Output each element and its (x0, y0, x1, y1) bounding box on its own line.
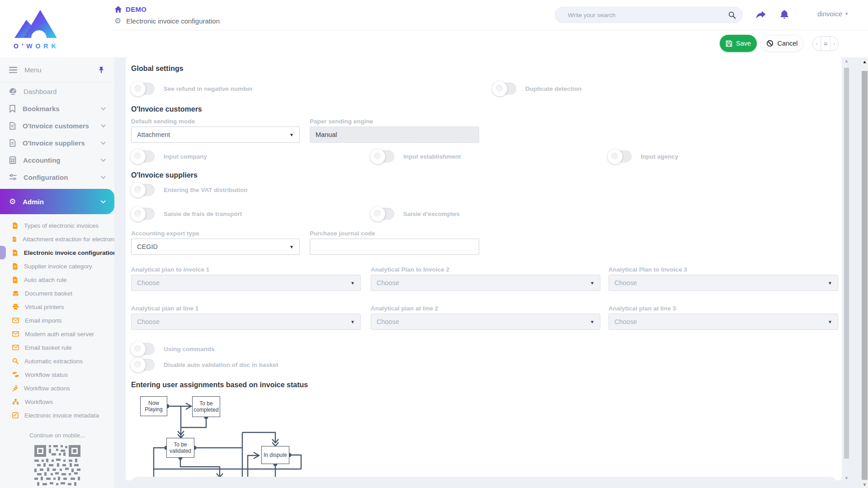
cancel-button[interactable]: Cancel (760, 35, 804, 52)
select-value: Choose (614, 279, 637, 286)
field-label: Analytical plan to invoice 1 (131, 266, 209, 273)
accounting-export-type-select[interactable]: CEGID ▼ (131, 239, 300, 255)
save-label: Save (736, 40, 751, 47)
bell-icon (779, 9, 789, 20)
submenu-supplier-invoice-category[interactable]: Supplier invoice category (0, 259, 114, 273)
workflow-node-now-playing[interactable]: Now Playing (140, 396, 167, 416)
home-icon[interactable] (114, 6, 122, 13)
submenu-attachment-extraction[interactable]: Attachment extraction for electronic inv… (0, 232, 114, 246)
sidebar-item-configuration[interactable]: Configuration (0, 169, 114, 186)
breadcrumb-home[interactable]: DEMO (126, 5, 146, 13)
scroll-down-icon[interactable]: ▼ (844, 476, 849, 480)
toggle-off-switch[interactable] (131, 150, 155, 163)
submenu-electronic-invoice-configuration[interactable]: Electronic invoice configuration (0, 246, 114, 259)
sidebar-item-accounting[interactable]: Accounting (0, 151, 114, 169)
caret-down-icon: ▼ (590, 281, 594, 286)
content-scrollbar[interactable]: ▲ ▼ (844, 59, 849, 480)
settings-form: Global settings See refund in negative n… (126, 57, 842, 480)
pin-icon[interactable] (98, 66, 104, 74)
search-input[interactable] (568, 12, 728, 19)
toggle-off-switch[interactable] (493, 83, 516, 95)
header: O'WORK DEMO ⚙ Electronic invoice configu… (0, 0, 868, 57)
toggle-input-company[interactable]: Input company (131, 150, 207, 163)
toggle-using-commands[interactable]: Using commands (131, 343, 215, 355)
analytical-plan-invoice-1-select: Choose ▼ (131, 275, 361, 291)
toggle-escomptes[interactable]: Saisie d'escomptes (371, 208, 460, 220)
field-label: Analytical plan at line 1 (131, 305, 198, 312)
sidebar-item-oinvoice-suppliers[interactable]: O'Invoice suppliers (0, 134, 114, 151)
cancel-label: Cancel (777, 40, 797, 47)
submenu-modern-auth-email-server[interactable]: Modern auth email server (0, 327, 114, 341)
workflow-node-to-be-validated[interactable]: To be validated (166, 438, 194, 458)
scroll-down-icon[interactable]: ▼ (861, 482, 868, 487)
orange-file-icon (12, 249, 18, 256)
submenu-workflow-actions[interactable]: Workflow actions (0, 381, 114, 395)
default-sending-mode-select[interactable]: Attachment ▼ (131, 127, 300, 143)
toggle-frais-transport[interactable]: Saisie de frais de transport (131, 208, 242, 220)
browser-scrollbar[interactable]: ▲ ▼ (861, 57, 868, 488)
toggle-off-switch[interactable] (131, 208, 155, 220)
sidebar-item-oinvoice-customers[interactable]: O'Invoice customers (0, 117, 114, 134)
user-menu[interactable]: dinvoice ▾ (817, 10, 848, 18)
pager-prev-icon[interactable]: ‹ (813, 37, 821, 51)
toggle-off-switch[interactable] (371, 208, 394, 220)
purchase-journal-code-input[interactable] (310, 239, 479, 255)
submenu-label: Types of electronic invoices (24, 222, 99, 229)
sidebar-item-bookmarks[interactable]: Bookmarks (0, 100, 114, 117)
workflow-node-in-dispute[interactable]: In dispute (261, 446, 289, 464)
scroll-up-icon[interactable]: ▲ (861, 59, 868, 64)
pager-list-icon[interactable]: ≡ (821, 37, 830, 51)
magnifier-icon (12, 358, 19, 364)
share-icon (755, 10, 766, 19)
submenu-virtual-printers[interactable]: Virtual printers (0, 300, 114, 314)
analytical-plan-invoice-2-select: Choose ▼ (371, 275, 600, 291)
toggle-input-establishment[interactable]: Input establishment (371, 150, 461, 163)
toggle-off-switch[interactable] (131, 184, 155, 196)
toggle-input-agency[interactable]: Input agency (608, 150, 678, 163)
save-icon (726, 40, 732, 47)
search-icon[interactable] (728, 11, 736, 19)
submenu-workflows[interactable]: Workflows (0, 395, 114, 408)
toggle-off-switch[interactable] (608, 150, 632, 163)
toggle-disable-auto-validation[interactable]: Disable auto validation of doc in basket (131, 359, 278, 371)
toggle-label: Input agency (641, 153, 678, 160)
toggle-off-switch[interactable] (131, 359, 155, 371)
toggle-vat-distribution[interactable]: Entering the VAT distribution (131, 184, 248, 196)
field-label: Analytical plan at line 3 (609, 305, 676, 312)
app-logo[interactable]: O'WORK (6, 3, 65, 55)
menu-label: Menu (24, 66, 98, 74)
workflow-node-to-be-completed[interactable]: To be completed (192, 396, 220, 417)
submenu-automatic-extractions[interactable]: Automatic extractions (0, 354, 114, 368)
notifications-button[interactable] (777, 7, 792, 23)
select-value: Choose (614, 318, 637, 325)
submenu-label: Modern auth email server (25, 331, 94, 338)
username: dinvoice (817, 10, 842, 18)
hamburger-icon[interactable] (9, 67, 17, 73)
sidebar-item-dashboard[interactable]: Dashboard (0, 83, 114, 100)
scrollbar-thumb[interactable] (844, 68, 849, 459)
orange-file-icon (12, 222, 18, 229)
submenu-email-imports[interactable]: Email imports (0, 314, 114, 327)
scrollbar-thumb[interactable] (862, 71, 868, 480)
pager-next-icon[interactable]: › (830, 37, 838, 51)
field-label: Analytical Plan to Invoice 2 (371, 266, 449, 273)
toggle-off-switch[interactable] (131, 83, 155, 95)
share-button[interactable] (753, 7, 769, 23)
scroll-up-icon[interactable]: ▲ (844, 59, 849, 63)
submenu-types-of-electronic-invoices[interactable]: Types of electronic invoices (0, 219, 114, 232)
toggle-off-switch[interactable] (131, 343, 155, 355)
toggle-off-switch[interactable] (371, 150, 394, 163)
caret-down-icon: ▼ (828, 281, 832, 286)
sidebar-item-admin[interactable]: ⚙ Admin (0, 189, 114, 214)
submenu-electronic-invoice-metadata[interactable]: Electronic invoice metadata (0, 408, 114, 422)
active-item-bar (0, 246, 6, 259)
toggle-see-refund[interactable]: See refund in negative number (131, 83, 253, 95)
toggle-duplicate-detection[interactable]: Duplicate detection (493, 83, 582, 95)
sidebar-item-label: Configuration (24, 174, 101, 181)
submenu-email-basket-rule[interactable]: Email basket rule (0, 341, 114, 354)
submenu-document-basket[interactable]: Document basket (0, 286, 114, 300)
submenu-workflow-status[interactable]: Workflow status (0, 368, 114, 381)
horizontal-scroll-track[interactable] (131, 477, 836, 488)
save-button[interactable]: Save (720, 35, 757, 52)
submenu-auto-attach-rule[interactable]: Auto attach rule (0, 273, 114, 286)
